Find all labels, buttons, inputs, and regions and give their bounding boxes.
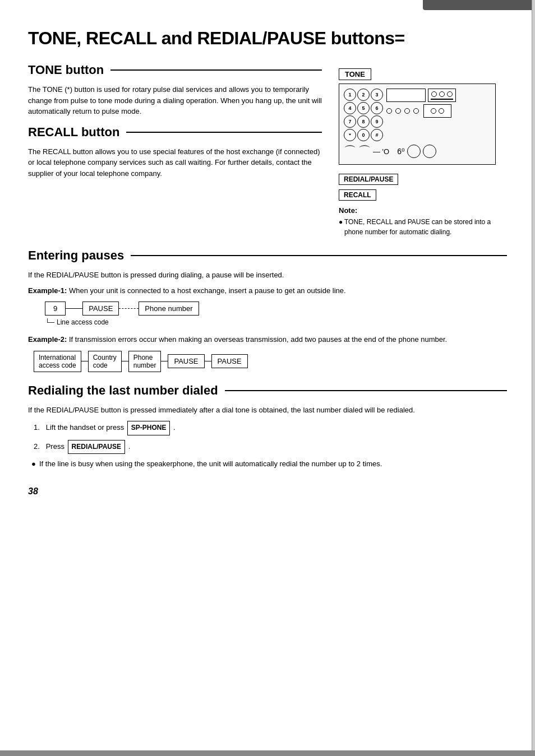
recall-heading: RECALL button [28,125,322,140]
key-4: 4 [344,102,356,114]
flow-dashed-1 [119,308,139,309]
panel-controls [428,89,456,102]
example1-diagram: 9 PAUSE Phone number [45,302,507,316]
key-9: 9 [371,115,383,128]
key-2: 2 [357,89,370,101]
recall-diagram-label: RECALL [339,189,376,201]
key-star: * [344,129,356,141]
bottom-decorative-bar [0,750,535,756]
redialing-heading: Redialing the last number dialed [28,383,507,398]
arc-left: ⌒ [344,143,356,160]
example2-text: If transmission errors occur when making… [69,335,447,344]
panel-line-1 [431,99,453,100]
line-access-text: Line access code [57,318,109,326]
example2-label: Example-2: [28,335,67,344]
ctrl-dot-3 [447,91,453,97]
flow-box-intl: Internationalaccess code [34,351,81,372]
key-3: 3 [371,89,383,101]
flow-line-1 [66,308,82,309]
tone-body-text: The TONE (*) button is used for rotary p… [28,84,322,117]
entering-pauses-underline [131,255,507,256]
top-decorative-bar [423,0,535,10]
flow-box-pause3: PAUSE [211,354,248,368]
step-1-number: 1. [34,423,40,432]
key-8: 8 [357,115,370,128]
step-1-text-before: Lift the handset or press [46,423,124,432]
tone-diagram-label: TONE [339,68,371,80]
tone-left-col: TONE button The TONE (*) button is used … [28,63,322,237]
ctrl-dot-6 [404,108,410,114]
panel-dots-2 [431,108,444,114]
key-5: 5 [357,102,370,114]
panel-dots-1 [431,91,453,97]
ctrl-dot-8 [431,108,436,114]
flow-box-pause1: PAUSE [82,302,119,316]
tone-heading-text: TONE button [28,63,104,77]
entering-pauses-heading: Entering pauses [28,248,507,263]
step-2-number: 2. [34,442,40,451]
ctrl-dot-4 [386,108,392,114]
redialing-intro: If the REDIAL/PAUSE button is pressed im… [28,405,507,416]
step-2-text-after: . [128,442,131,451]
tone-right-col: TONE 1 2 3 4 5 6 7 8 9 * [339,63,507,237]
redialing-heading-text: Redialing the last number dialed [28,383,218,398]
ctrl-dot-5 [395,108,401,114]
ctrl-dot-1 [431,91,437,97]
flow-connector-3 [161,361,168,362]
ctrl-dot-2 [439,91,445,97]
line-access-note: └─ Line access code [45,318,507,326]
panel-row-1 [386,89,456,102]
step-2-text-before: Press [46,442,64,451]
example1-text: When your unit is connected to a host ex… [69,286,346,295]
flow-connector-2 [122,361,128,362]
redial-diagram-label: REDIAL/PAUSE [339,174,398,185]
step-1-text-after: . [173,423,176,432]
page-title-equals: = [395,28,405,48]
small-o: — 'O [373,147,389,156]
steps-list: 1. Lift the handset or press SP-PHONE . … [28,421,507,454]
redial-pause-button-ref: REDIAL/PAUSE [68,440,125,454]
flow-box-pause2: PAUSE [168,354,204,368]
page-title-text: TONE, RECALL and REDIAL/PAUSE buttons [28,28,395,48]
ctrl-dot-7 [413,108,419,114]
example2-diagram: Internationalaccess code Countrycode Pho… [34,351,507,372]
entering-pauses-heading-text: Entering pauses [28,248,124,263]
key-hash: # [371,129,383,141]
page-title: TONE, RECALL and REDIAL/PAUSE buttons= [28,28,507,49]
example2-label-text: Example-2: If transmission errors occur … [28,334,507,345]
note-body: TONE, RECALL and PAUSE can be stored int… [344,217,507,237]
page-number: 38 [28,486,507,497]
note-section: Note: TONE, RECALL and PAUSE can be stor… [339,206,507,237]
sp-phone-button-ref: SP-PHONE [127,421,170,435]
right-panels [386,89,456,141]
key-6: 6 [371,102,383,114]
flow-box-phone-number: Phone number [139,302,199,316]
ctrl-dot-9 [439,108,444,114]
redialing-underline [225,390,507,391]
example1-label: Example-1: [28,286,67,295]
recall-body-text: The RECALL button allows you to use spec… [28,146,322,179]
ctrl-circle-1 [407,145,421,158]
entering-pauses-intro: If the REDIAL/PAUSE button is pressed du… [28,270,507,281]
key-7: 7 [344,115,356,128]
entering-pauses-section: Entering pauses If the REDIAL/PAUSE butt… [28,248,507,372]
arc-right: ⌒ [358,143,371,160]
recall-heading-text: RECALL button [28,125,119,140]
panel-row-2 [386,104,456,118]
panel-display [386,89,426,102]
phone-diagram: TONE 1 2 3 4 5 6 7 8 9 * [339,68,507,237]
labels-below: REDIAL/PAUSE RECALL [339,169,507,201]
panel-side-controls [423,104,451,118]
step-1: 1. Lift the handset or press SP-PHONE . [34,421,507,435]
panel-row-2-inner [386,104,419,118]
tone-section: TONE button The TONE (*) button is used … [28,63,507,237]
phone-inner: 1 2 3 4 5 6 7 8 9 * 0 # [344,89,491,141]
step-2: 2. Press REDIAL/PAUSE . [34,440,507,454]
flow-box-country: Countrycode [88,351,122,372]
right-border [532,0,535,756]
example1-label-text: Example-1: When your unit is connected t… [28,285,507,296]
tone-heading: TONE button [28,63,322,77]
phone-bottom-controls: ⌒ ⌒ — 'O 6⁰ [344,143,491,160]
ctrl-circle-2 [423,145,436,158]
flow-box-phone: Phonenumber [128,351,162,372]
